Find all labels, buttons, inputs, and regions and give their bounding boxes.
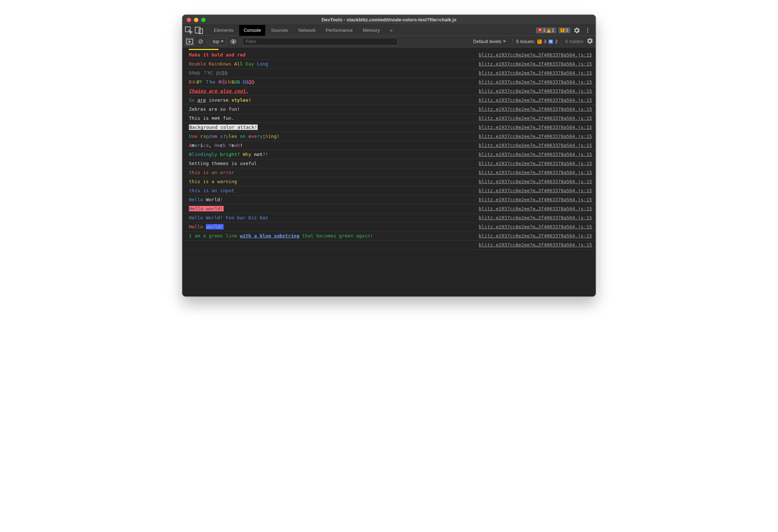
tab-network[interactable]: Network <box>294 25 320 36</box>
source-link[interactable]: blitz.e1937cc6e2ee7e…3f4063378a564.js:15 <box>474 52 592 58</box>
tabs-overflow[interactable]: » <box>386 25 397 36</box>
issues-summary[interactable]: 5 Issues: 3 2 <box>516 39 558 44</box>
issues-badge[interactable]: 3 <box>558 28 570 33</box>
console-message-bg-attack: Background color attack! <box>189 124 474 131</box>
console-message-double-rainbows: Double Rainbows All Day Long <box>189 61 474 67</box>
console-row[interactable]: Hello world!blitz.e1937cc6e2ee7e…3f40633… <box>182 223 596 232</box>
console-row[interactable]: I am a green line with a blue substring … <box>182 232 596 241</box>
svg-point-4 <box>587 30 588 31</box>
warning-icon <box>547 29 551 33</box>
console-row[interactable]: ÐЯøþ ＴΉΞ β∆ֆֆblitz.e1937cc6e2ee7e…3f4063… <box>182 69 596 78</box>
console-row[interactable]: ÐＫØƤ Ｔhe ЯⒶᎥＮΒØШ ᗷ∆ֆֆblitz.e1937cc6e2ee7… <box>182 78 596 87</box>
console-message-hello-1: Hello World! <box>189 197 474 203</box>
source-link[interactable]: blitz.e1937cc6e2ee7e…3f4063378a564.js:15 <box>474 160 592 167</box>
console-row[interactable]: this is an errorblitz.e1937cc6e2ee7e…3f4… <box>182 168 596 177</box>
source-link[interactable]: blitz.e1937cc6e2ee7e…3f4063378a564.js:15 <box>474 233 592 239</box>
separator <box>207 38 207 45</box>
console-message-hello-foo: Hello World! Foo bar biz baz <box>189 215 474 221</box>
source-link[interactable]: blitz.e1937cc6e2ee7e…3f4063378a564.js:15 <box>474 79 592 85</box>
source-link[interactable]: blitz.e1937cc6e2ee7e…3f4063378a564.js:15 <box>474 178 592 185</box>
source-link[interactable]: blitz.e1937cc6e2ee7e…3f4063378a564.js:15 <box>474 224 592 230</box>
close-window-button[interactable] <box>187 18 191 22</box>
separator <box>512 38 513 45</box>
source-link[interactable]: blitz.e1937cc6e2ee7e…3f4063378a564.js:15 <box>474 187 592 194</box>
tab-sources[interactable]: Sources <box>267 25 293 36</box>
console-row[interactable]: Hello world!blitz.e1937cc6e2ee7e…3f40633… <box>182 204 596 214</box>
source-link[interactable]: blitz.e1937cc6e2ee7e…3f4063378a564.js:15 <box>474 169 592 176</box>
tab-memory[interactable]: Memory <box>359 25 384 36</box>
toggle-sidebar-button[interactable] <box>185 38 194 46</box>
tab-performance[interactable]: Performance <box>321 25 357 36</box>
console-message-drop-bass-1: ÐЯøþ ＴΉΞ β∆ֆֆ <box>189 70 474 76</box>
console-row[interactable]: This is not fun.blitz.e1937cc6e2ee7e…3f4… <box>182 114 596 123</box>
maximize-window-button[interactable] <box>201 18 206 22</box>
more-menu-icon[interactable] <box>583 26 592 35</box>
filter-input[interactable] <box>242 38 398 46</box>
console-row[interactable]: blitz.e1937cc6e2ee7e…3f4063378a564.js:15 <box>182 241 596 250</box>
source-link[interactable]: blitz.e1937cc6e2ee7e…3f4063378a564.js:15 <box>474 115 592 122</box>
console-message-inverse-styles: So are inverse styles! <box>189 97 474 104</box>
separator <box>206 27 207 34</box>
console-row[interactable]: Double Rainbows All Day Longblitz.e1937c… <box>182 60 596 69</box>
source-link[interactable]: blitz.e1937cc6e2ee7e…3f4063378a564.js:15 <box>474 88 592 94</box>
console-row[interactable]: Chains are also cool.blitz.e1937cc6e2ee7… <box>182 87 596 96</box>
separator <box>561 38 562 45</box>
console-row[interactable]: Background color attack!blitz.e1937cc6e2… <box>182 123 596 132</box>
source-link[interactable]: blitz.e1937cc6e2ee7e…3f4063378a564.js:15 <box>474 106 592 113</box>
console-message-chains-cool: Chains are also cool. <box>189 88 474 94</box>
element-picker-icon[interactable] <box>185 26 193 35</box>
context-selector[interactable]: top <box>210 38 227 46</box>
console-message-bold-red: Make it bold and red <box>189 52 474 58</box>
console-row[interactable]: America, Heck Yeah!blitz.e1937cc6e2ee7e…… <box>182 141 596 150</box>
console-row[interactable]: Hello World! Foo bar biz bazblitz.e1937c… <box>182 214 596 223</box>
source-link[interactable]: blitz.e1937cc6e2ee7e…3f4063378a564.js:15 <box>474 133 592 140</box>
source-link[interactable]: blitz.e1937cc6e2ee7e…3f4063378a564.js:15 <box>474 197 592 203</box>
live-expression-icon[interactable] <box>229 38 238 46</box>
source-link[interactable]: blitz.e1937cc6e2ee7e…3f4063378a564.js:15 <box>474 151 592 158</box>
clear-console-button[interactable] <box>196 38 205 46</box>
console-output[interactable]: Make it bold and redblitz.e1937cc6e2ee7e… <box>182 47 596 296</box>
hidden-messages-count[interactable]: 6 hidden <box>565 39 583 44</box>
window-titlebar: DevTools - stackblitz.com/edit/node-colo… <box>182 15 596 25</box>
console-message-hello-bg: Hello world! <box>189 206 474 212</box>
settings-gear-icon[interactable] <box>572 26 581 35</box>
device-toggle-icon[interactable] <box>195 26 203 35</box>
error-icon <box>538 28 542 32</box>
source-link[interactable]: blitz.e1937cc6e2ee7e…3f4063378a564.js:15 <box>474 206 592 212</box>
prev-output-marker <box>189 49 219 50</box>
log-levels-selector[interactable]: Default levels <box>470 38 509 46</box>
devtools-window: DevTools - stackblitz.com/edit/node-colo… <box>182 14 596 297</box>
console-row[interactable]: this is an inputblitz.e1937cc6e2ee7e…3f4… <box>182 186 596 195</box>
chevron-down-icon <box>503 41 506 42</box>
source-link[interactable]: blitz.e1937cc6e2ee7e…3f4063378a564.js:15 <box>474 124 592 131</box>
console-message-green-line: I am a green line with a blue substring … <box>189 233 474 239</box>
source-link[interactable]: blitz.e1937cc6e2ee7e…3f4063378a564.js:15 <box>474 61 592 67</box>
source-link[interactable]: blitz.e1937cc6e2ee7e…3f4063378a564.js:15 <box>474 242 592 248</box>
console-message-hello-bgblue: Hello world! <box>189 224 474 230</box>
traffic-lights <box>182 18 206 22</box>
source-link[interactable]: blitz.e1937cc6e2ee7e…3f4063378a564.js:15 <box>474 142 592 149</box>
console-row[interactable]: Make it bold and redblitz.e1937cc6e2ee7e… <box>182 51 596 60</box>
console-message-is-warning: this is a warning <box>189 178 474 185</box>
console-row[interactable]: Hello World!blitz.e1937cc6e2ee7e…3f40633… <box>182 195 596 204</box>
console-settings-gear-icon[interactable] <box>587 38 593 45</box>
source-link[interactable]: blitz.e1937cc6e2ee7e…3f4063378a564.js:15 <box>474 215 592 221</box>
console-row[interactable]: Zebras are so fun!blitz.e1937cc6e2ee7e…3… <box>182 105 596 114</box>
error-count-badge[interactable]: 1 1 <box>536 28 556 33</box>
minimize-window-button[interactable] <box>194 18 198 22</box>
source-link[interactable]: blitz.e1937cc6e2ee7e…3f4063378a564.js:15 <box>474 97 592 104</box>
svg-point-8 <box>232 41 234 42</box>
tab-console[interactable]: Console <box>239 25 265 36</box>
console-message-trailing <box>189 242 474 248</box>
source-link[interactable]: blitz.e1937cc6e2ee7e…3f4063378a564.js:15 <box>474 70 592 76</box>
console-row[interactable]: Blindingly bright? Why not?!blitz.e1937c… <box>182 150 596 159</box>
console-row[interactable]: So are inverse styles!blitz.e1937cc6e2ee… <box>182 96 596 105</box>
panel-tabbar: Elements Console Sources Network Perform… <box>182 25 596 36</box>
console-message-zebras: Zebras are so fun! <box>189 106 474 113</box>
tab-elements[interactable]: Elements <box>210 25 238 36</box>
console-message-is-input: this is an input <box>189 187 474 194</box>
console-row[interactable]: Use random styles on everything!blitz.e1… <box>182 132 596 141</box>
console-row[interactable]: Setting themes is usefulblitz.e1937cc6e2… <box>182 159 596 168</box>
console-row[interactable]: this is a warningblitz.e1937cc6e2ee7e…3f… <box>182 177 596 186</box>
console-toolbar: top Default levels 5 Issues: 3 2 6 hidde… <box>182 36 596 47</box>
